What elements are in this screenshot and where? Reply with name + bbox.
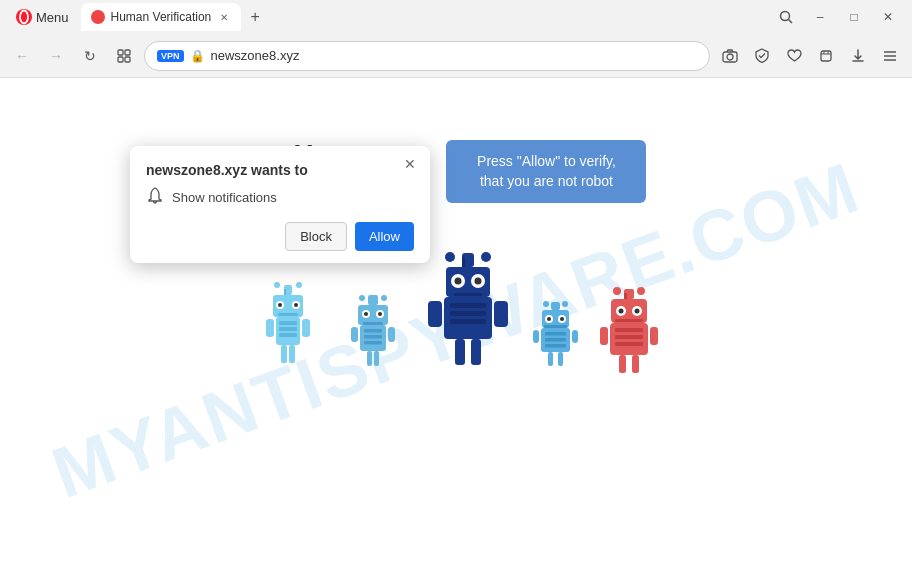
window-controls: – □ ✕ bbox=[770, 3, 904, 31]
menu-icon-button[interactable] bbox=[876, 42, 904, 70]
svg-point-35 bbox=[364, 312, 368, 316]
svg-point-70 bbox=[547, 317, 551, 321]
svg-rect-5 bbox=[125, 50, 130, 55]
robot-1 bbox=[248, 265, 328, 375]
tab-close-button[interactable]: ✕ bbox=[217, 10, 231, 24]
svg-rect-42 bbox=[367, 351, 372, 366]
svg-point-29 bbox=[274, 282, 280, 288]
robot-2 bbox=[338, 280, 408, 375]
minimize-button[interactable]: – bbox=[804, 3, 836, 31]
svg-point-18 bbox=[294, 303, 298, 307]
toolbar-icons bbox=[716, 42, 904, 70]
vpn-badge: VPN bbox=[157, 50, 184, 62]
download-icon bbox=[851, 49, 865, 63]
back-button[interactable]: ← bbox=[8, 42, 36, 70]
opera-menu-button[interactable]: Menu bbox=[8, 5, 77, 29]
svg-rect-92 bbox=[615, 335, 643, 339]
new-tab-button[interactable]: + bbox=[243, 5, 267, 29]
svg-point-99 bbox=[613, 287, 621, 295]
page-content: MYANTISPYWARE.COM Human Verification Pre… bbox=[0, 78, 912, 582]
svg-point-64 bbox=[445, 252, 455, 262]
svg-point-52 bbox=[454, 278, 461, 285]
svg-rect-74 bbox=[545, 332, 566, 336]
url-bar[interactable]: VPN 🔒 newszone8.xyz bbox=[144, 41, 710, 71]
svg-rect-27 bbox=[302, 319, 310, 337]
close-button[interactable]: ✕ bbox=[872, 3, 904, 31]
svg-rect-58 bbox=[450, 319, 486, 324]
svg-point-48 bbox=[381, 295, 387, 301]
svg-point-83 bbox=[562, 301, 568, 307]
opera-logo-icon bbox=[16, 9, 32, 25]
search-button[interactable] bbox=[770, 3, 802, 31]
svg-rect-97 bbox=[650, 327, 658, 345]
popup-notification-text: Show notifications bbox=[172, 190, 277, 205]
title-bar: Menu Human Verification ✕ + – □ ✕ bbox=[0, 0, 912, 34]
svg-rect-101 bbox=[624, 293, 627, 299]
svg-line-3 bbox=[789, 20, 793, 24]
camera-icon-button[interactable] bbox=[716, 42, 744, 70]
press-allow-box: Press "Allow" to verify, that you are no… bbox=[446, 140, 646, 203]
svg-rect-89 bbox=[615, 319, 643, 322]
svg-rect-60 bbox=[471, 339, 481, 365]
svg-rect-59 bbox=[455, 339, 465, 365]
svg-rect-7 bbox=[125, 57, 130, 62]
svg-rect-21 bbox=[279, 321, 297, 325]
popup-buttons: Block Allow bbox=[146, 222, 414, 251]
svg-point-88 bbox=[634, 309, 639, 314]
svg-rect-57 bbox=[450, 311, 486, 316]
svg-rect-91 bbox=[615, 328, 643, 332]
svg-rect-94 bbox=[619, 355, 626, 373]
svg-rect-80 bbox=[572, 330, 578, 343]
svg-rect-25 bbox=[289, 345, 295, 363]
svg-rect-56 bbox=[450, 303, 486, 308]
svg-point-30 bbox=[296, 282, 302, 288]
svg-rect-61 bbox=[428, 301, 442, 327]
tabs-grid-icon bbox=[117, 49, 131, 63]
maximize-button[interactable]: □ bbox=[838, 3, 870, 31]
shield-icon-button[interactable] bbox=[748, 42, 776, 70]
svg-point-87 bbox=[618, 309, 623, 314]
svg-point-65 bbox=[481, 252, 491, 262]
svg-rect-96 bbox=[600, 327, 608, 345]
svg-point-82 bbox=[543, 301, 549, 307]
svg-rect-72 bbox=[544, 325, 567, 328]
svg-rect-6 bbox=[118, 57, 123, 62]
svg-rect-54 bbox=[454, 293, 482, 296]
lock-icon: 🔒 bbox=[190, 49, 205, 63]
svg-rect-41 bbox=[364, 341, 382, 345]
download-icon-button[interactable] bbox=[844, 42, 872, 70]
svg-rect-26 bbox=[266, 319, 274, 337]
svg-point-17 bbox=[278, 303, 282, 307]
svg-rect-66 bbox=[462, 257, 465, 267]
svg-rect-4 bbox=[118, 50, 123, 55]
svg-rect-31 bbox=[284, 289, 286, 295]
notification-popup: ✕ newszone8.xyz wants to Show notificati… bbox=[130, 146, 430, 263]
browser-frame: Menu Human Verification ✕ + – □ ✕ ← bbox=[0, 0, 912, 582]
svg-rect-24 bbox=[281, 345, 287, 363]
svg-point-71 bbox=[560, 317, 564, 321]
snapshots-icon bbox=[819, 49, 833, 63]
svg-rect-10 bbox=[821, 51, 831, 61]
tabs-button[interactable] bbox=[110, 42, 138, 70]
block-button[interactable]: Block bbox=[285, 222, 347, 251]
svg-rect-76 bbox=[545, 344, 566, 348]
svg-rect-23 bbox=[279, 333, 297, 337]
reload-button[interactable]: ↻ bbox=[76, 42, 104, 70]
svg-rect-39 bbox=[364, 329, 382, 333]
tab-bar: Human Verification ✕ + bbox=[81, 3, 766, 31]
active-tab[interactable]: Human Verification ✕ bbox=[81, 3, 242, 31]
svg-point-9 bbox=[727, 54, 733, 60]
heart-icon-button[interactable] bbox=[780, 42, 808, 70]
svg-point-47 bbox=[359, 295, 365, 301]
popup-close-button[interactable]: ✕ bbox=[400, 154, 420, 174]
svg-rect-77 bbox=[548, 352, 553, 366]
allow-button[interactable]: Allow bbox=[355, 222, 414, 251]
popup-notification-row: Show notifications bbox=[146, 186, 414, 208]
robot-5 bbox=[593, 275, 665, 375]
forward-button[interactable]: → bbox=[42, 42, 70, 70]
shield-icon bbox=[755, 48, 769, 63]
svg-point-2 bbox=[781, 12, 790, 21]
svg-rect-79 bbox=[533, 330, 539, 343]
robot-3 bbox=[418, 235, 518, 375]
snapshots-icon-button[interactable] bbox=[812, 42, 840, 70]
